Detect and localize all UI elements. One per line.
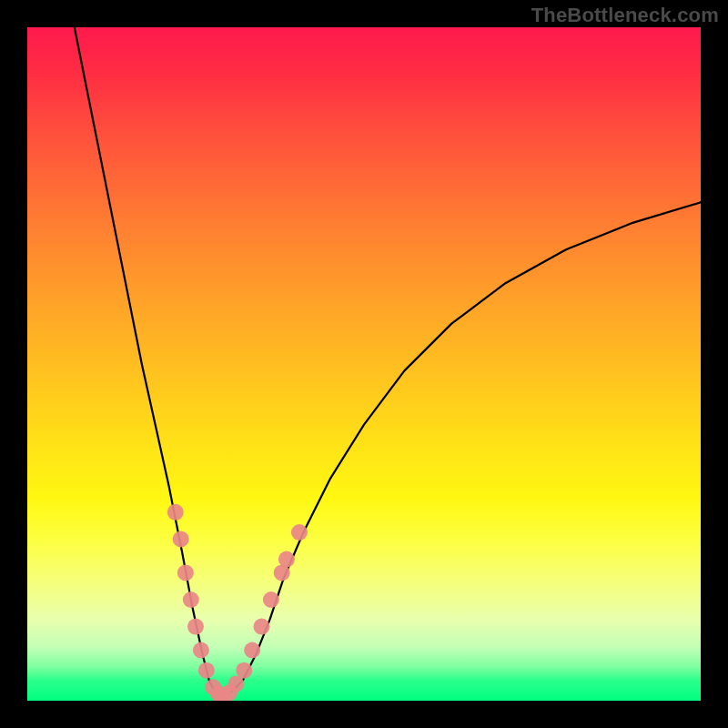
highlight-point xyxy=(193,642,209,659)
highlight-point xyxy=(173,531,189,547)
highlight-point xyxy=(198,662,215,679)
highlight-points xyxy=(167,504,308,701)
highlight-point xyxy=(254,619,270,635)
bottleneck-curve xyxy=(75,27,701,697)
highlight-point xyxy=(167,504,184,521)
chart-frame: TheBottleneck.com xyxy=(0,0,728,728)
highlight-point xyxy=(263,592,279,608)
highlight-point xyxy=(278,551,295,568)
highlight-point xyxy=(236,662,252,679)
watermark-text: TheBottleneck.com xyxy=(531,4,719,27)
highlight-point xyxy=(187,619,204,635)
plot-area xyxy=(27,27,701,701)
chart-overlay xyxy=(27,27,701,701)
highlight-point xyxy=(183,592,199,608)
highlight-point xyxy=(291,524,308,541)
highlight-point xyxy=(177,564,194,581)
highlight-point xyxy=(244,642,260,659)
